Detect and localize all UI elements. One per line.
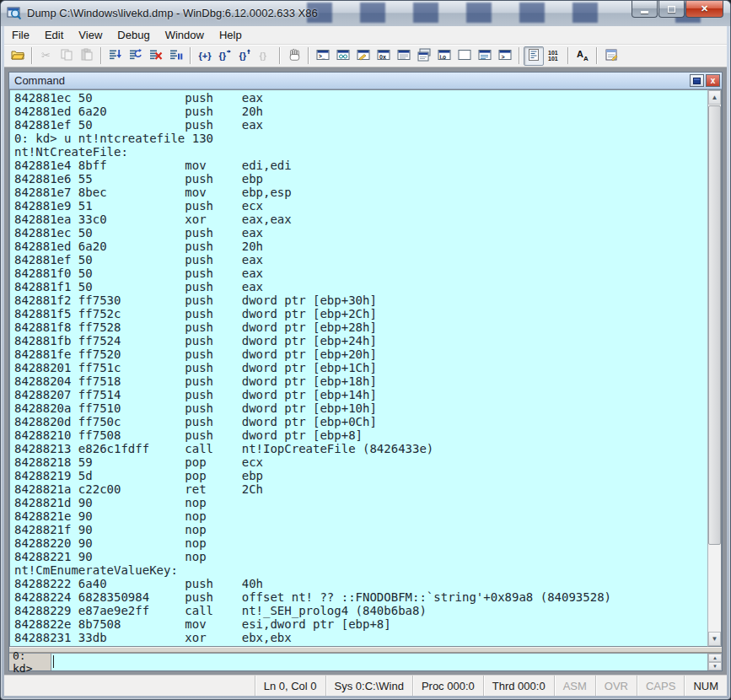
command-window-title: Command xyxy=(14,74,688,87)
cut-button[interactable]: ✂ xyxy=(36,46,56,66)
scrollbar-track[interactable] xyxy=(708,105,721,632)
step-out-icon: {} xyxy=(239,48,252,64)
command-browser-window-button[interactable]: > xyxy=(495,46,515,66)
background-window-artifact xyxy=(572,3,598,23)
background-window-artifact xyxy=(466,3,492,23)
background-window-artifact xyxy=(360,3,385,23)
locals-window-icon xyxy=(357,48,370,64)
svg-text:✂: ✂ xyxy=(41,49,51,62)
command-output[interactable]: 842881ec 50 push eax 842881ed 6a20 push … xyxy=(9,89,707,647)
toolbar-separator xyxy=(279,47,281,64)
watch-window-icon xyxy=(336,48,350,64)
svg-text:>_: >_ xyxy=(319,53,325,59)
step-over-button[interactable]: {} xyxy=(215,46,235,66)
status-thrd-000-0: Thrd 000:0 xyxy=(483,676,554,696)
menu-item-edit[interactable]: Edit xyxy=(37,26,71,44)
restart-button[interactable] xyxy=(126,46,146,66)
command-output-text: 842881ec 50 push eax 842881ed 6a20 push … xyxy=(10,90,707,644)
status-proc-000-0: Proc 000:0 xyxy=(412,676,483,696)
locals-window-button[interactable] xyxy=(353,46,374,66)
title-bar[interactable]: Dump C:\Windows\livekd.dmp - WinDbg:6.12… xyxy=(1,1,730,26)
scrollbar-thumb[interactable] xyxy=(708,105,721,545)
vertical-scrollbar[interactable]: ▲ ▼ xyxy=(707,89,722,647)
stop-debugging-button[interactable] xyxy=(146,46,166,66)
output-input-splitter[interactable] xyxy=(9,647,722,653)
minimize-button[interactable] xyxy=(632,1,658,18)
toolbar-separator xyxy=(31,47,33,64)
assembly-mode-toggle-button[interactable]: 101101 xyxy=(544,46,564,66)
step-into-button[interactable]: {+} xyxy=(195,46,215,66)
breakpoint-hand-button[interactable] xyxy=(284,46,304,66)
cut-icon: ✂ xyxy=(40,48,53,64)
input-history-spinner: ▲ ▼ xyxy=(707,654,722,670)
window-title: Dump C:\Windows\livekd.dmp - WinDbg:6.12… xyxy=(27,7,318,19)
menu-item-help[interactable]: Help xyxy=(212,26,250,44)
status-ln-0-col-0: Ln 0, Col 0 xyxy=(255,676,325,696)
scroll-up-arrow-icon[interactable]: ▲ xyxy=(708,90,721,105)
scroll-down-arrow-icon[interactable]: ▼ xyxy=(708,632,721,646)
paste-button[interactable] xyxy=(77,46,97,66)
toolbar-separator xyxy=(308,47,309,64)
open-source-file-icon xyxy=(11,48,24,64)
stop-debugging-icon xyxy=(149,48,163,64)
assembly-mode-toggle-icon: 101101 xyxy=(547,48,561,64)
svg-text:{}: {} xyxy=(219,51,227,61)
svg-text:{}: {} xyxy=(260,51,267,61)
font-icon: AA xyxy=(576,48,589,64)
processes-threads-window-button[interactable] xyxy=(475,46,495,66)
svg-text:i.o: i.o xyxy=(440,53,447,59)
run-to-cursor-icon: {} xyxy=(259,48,272,64)
status-num: NUM xyxy=(684,676,727,696)
step-out-button[interactable]: {} xyxy=(235,46,255,66)
spinner-down-icon[interactable]: ▼ xyxy=(708,662,722,670)
menu-item-debug[interactable]: Debug xyxy=(110,26,157,44)
source-mode-toggle-button[interactable] xyxy=(524,46,544,66)
registers-window-button[interactable]: 0x xyxy=(374,46,394,66)
call-stack-window-button[interactable] xyxy=(414,46,434,66)
svg-text:{+}: {+} xyxy=(199,51,212,61)
spinner-up-icon[interactable]: ▲ xyxy=(708,654,722,662)
kd-prompt-label: 0: kd> xyxy=(9,654,51,670)
command-window-button[interactable]: >_ xyxy=(313,46,333,66)
dock-icon xyxy=(693,78,701,84)
go-button[interactable] xyxy=(105,46,126,66)
source-mode-toggle-icon xyxy=(527,48,540,64)
command-window-titlebar[interactable]: Command x xyxy=(9,73,722,89)
menu-bar: FileEditViewDebugWindowHelp xyxy=(4,26,727,45)
close-button[interactable]: ✕ xyxy=(685,1,723,18)
breakpoint-hand-icon xyxy=(288,48,301,64)
menu-item-view[interactable]: View xyxy=(71,26,110,44)
close-icon: ✕ xyxy=(701,3,708,14)
scratch-pad-icon xyxy=(458,48,471,64)
status-caps: CAPS xyxy=(637,676,684,696)
mdi-client-area: Command x 842881ec 50 push eax 842881ed … xyxy=(4,67,727,675)
menu-item-file[interactable]: File xyxy=(4,26,37,44)
step-into-icon: {+} xyxy=(198,48,212,64)
background-window-artifact xyxy=(519,3,545,23)
break-button[interactable] xyxy=(166,46,186,66)
scratch-pad-button[interactable] xyxy=(454,46,475,66)
svg-text:0x: 0x xyxy=(379,53,386,59)
watch-window-button[interactable] xyxy=(333,46,353,66)
disassembly-window-button[interactable]: i.o xyxy=(434,46,454,66)
command-dock-window: Command x 842881ec 50 push eax 842881ed … xyxy=(8,72,723,671)
font-button[interactable]: AA xyxy=(572,46,593,66)
memory-window-button[interactable] xyxy=(394,46,414,66)
run-to-cursor-button[interactable]: {} xyxy=(255,46,276,66)
registers-window-icon: 0x xyxy=(377,48,390,64)
restore-icon xyxy=(668,6,675,13)
command-window-icon: >_ xyxy=(316,48,330,64)
open-source-file-button[interactable] xyxy=(8,46,28,66)
menu-item-window[interactable]: Window xyxy=(158,26,212,44)
svg-text:{}: {} xyxy=(239,51,247,61)
options-button[interactable] xyxy=(601,46,621,66)
windbg-app-icon xyxy=(7,5,22,20)
command-close-button[interactable]: x xyxy=(706,74,720,87)
text-caret xyxy=(53,655,54,668)
command-input[interactable] xyxy=(51,654,707,670)
restore-button[interactable] xyxy=(658,1,685,18)
dock-button[interactable] xyxy=(690,74,704,87)
svg-text:A: A xyxy=(577,49,583,59)
status-asm: ASM xyxy=(554,676,595,696)
copy-button[interactable] xyxy=(56,46,77,66)
